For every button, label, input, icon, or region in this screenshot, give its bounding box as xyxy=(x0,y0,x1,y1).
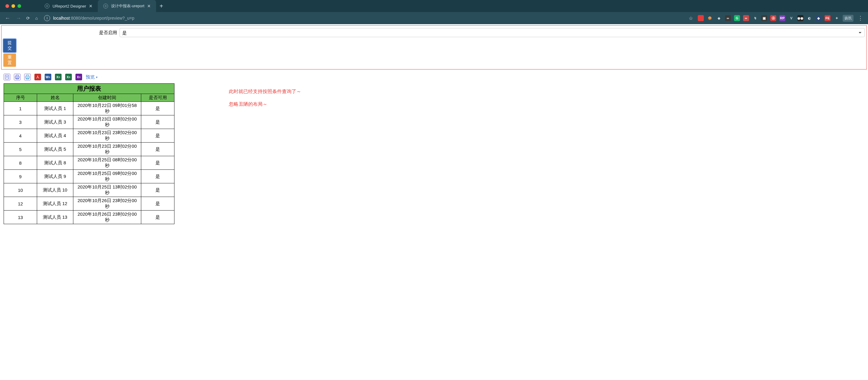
url-port: :8080 xyxy=(70,16,80,21)
extension-icon[interactable]: FE xyxy=(825,15,831,21)
extension-icon[interactable]: ∞ xyxy=(725,15,731,21)
nav-back-icon[interactable]: ← xyxy=(4,14,11,23)
excel-page-icon[interactable]: X≡ xyxy=(65,74,72,80)
cell-enabled: 是 xyxy=(141,115,175,129)
cell-time: 2020年10月23日 23时02分00秒 xyxy=(73,129,141,143)
print-alt-icon[interactable] xyxy=(24,74,31,80)
cell-seq: 13 xyxy=(4,210,37,224)
preview-label: 预览 xyxy=(86,74,95,80)
new-tab-button[interactable]: + xyxy=(156,3,167,10)
table-row: 12测试人员 122020年10月26日 23时02分00秒是 xyxy=(4,197,175,210)
window-close[interactable] xyxy=(5,4,9,8)
extension-icon[interactable]: Ⓐ xyxy=(770,15,776,21)
cell-time: 2020年10月25日 08时02分00秒 xyxy=(73,156,141,170)
browser-tab[interactable]: UReport2 Designer × xyxy=(39,0,98,12)
browser-menu-icon[interactable]: ⋮ xyxy=(857,15,864,22)
table-row: 13测试人员 132020年10月26日 23时02分00秒是 xyxy=(4,210,175,224)
browser-titlebar: UReport2 Designer × 设计中报表-ureport × + xyxy=(0,0,868,12)
globe-icon xyxy=(45,4,50,8)
pdf-icon[interactable]: 人 xyxy=(34,74,41,80)
browser-tab[interactable]: 设计中报表-ureport × xyxy=(98,0,156,12)
cell-seq: 12 xyxy=(4,197,37,210)
cell-time: 2020年10月23日 03时02分00秒 xyxy=(73,115,141,129)
report-title: 用户报表 xyxy=(4,84,175,94)
column-header: 创建时间 xyxy=(73,94,141,102)
extension-icon[interactable]: ∞ xyxy=(743,15,749,21)
svg-rect-4 xyxy=(16,75,19,76)
cell-name: 测试人员 5 xyxy=(37,143,73,156)
cell-time: 2020年10月25日 13时02分00秒 xyxy=(73,183,141,197)
cell-enabled: 是 xyxy=(141,170,175,183)
cell-time: 2020年10月22日 09时01分58秒 xyxy=(73,102,141,115)
extensions-tray: 🍪◈∞G∞↯▣ⒶRPV◉◉◐◆FE✦ xyxy=(698,15,840,21)
site-info-icon[interactable]: i xyxy=(44,15,50,21)
home-icon[interactable]: ⌂ xyxy=(34,16,39,21)
cell-enabled: 是 xyxy=(141,143,175,156)
cell-enabled: 是 xyxy=(141,210,175,224)
word-icon[interactable]: W≡ xyxy=(45,74,51,80)
extension-icon[interactable]: G xyxy=(734,15,740,21)
preview-dropdown[interactable]: 预览 ▾ xyxy=(86,74,97,80)
cell-seq: 10 xyxy=(4,183,37,197)
enabled-select[interactable]: 是 xyxy=(120,28,865,37)
window-maximize[interactable] xyxy=(18,4,21,8)
extension-icon[interactable]: ◉◉ xyxy=(797,15,803,21)
extension-icon[interactable]: ✦ xyxy=(834,15,840,21)
nav-forward-icon[interactable]: → xyxy=(14,14,22,23)
url-host: localhost xyxy=(53,16,70,21)
cell-time: 2020年10月23日 23时02分00秒 xyxy=(73,143,141,156)
reset-button[interactable]: 重置 xyxy=(3,54,16,67)
excel-sheet-icon[interactable]: X≡ xyxy=(75,74,82,80)
cell-enabled: 是 xyxy=(141,156,175,170)
profile-badge[interactable]: 扬凯 xyxy=(843,15,854,22)
extension-icon[interactable] xyxy=(698,15,704,21)
extension-icon[interactable]: ▣ xyxy=(761,15,767,21)
table-row: 9测试人员 92020年10月25日 09时02分00秒是 xyxy=(4,170,175,183)
excel-icon[interactable]: X≡ xyxy=(55,74,62,80)
cell-enabled: 是 xyxy=(141,129,175,143)
cell-name: 测试人员 1 xyxy=(37,102,73,115)
cell-enabled: 是 xyxy=(141,183,175,197)
extension-icon[interactable]: ◆ xyxy=(815,15,822,21)
browser-toolbar: ← → ⟳ ⌂ i localhost:8080/demo/ureport/pr… xyxy=(0,12,868,24)
extension-icon[interactable]: ◈ xyxy=(716,15,722,21)
close-icon[interactable]: × xyxy=(89,3,92,9)
main-row: 用户报表 序号姓名创建时间是否可用 1测试人员 12020年10月22日 09时… xyxy=(0,83,868,224)
table-row: 5测试人员 52020年10月23日 23时02分00秒是 xyxy=(4,143,175,156)
cell-time: 2020年10月25日 09时02分00秒 xyxy=(73,170,141,183)
cell-seq: 9 xyxy=(4,170,37,183)
tab-strip: UReport2 Designer × 设计中报表-ureport × xyxy=(39,0,156,12)
table-row: 3测试人员 32020年10月23日 03时02分00秒是 xyxy=(4,115,175,129)
print-icon[interactable] xyxy=(14,74,21,80)
print-inline-icon[interactable] xyxy=(4,74,10,80)
cell-name: 测试人员 3 xyxy=(37,115,73,129)
extension-icon[interactable]: ↯ xyxy=(752,15,758,21)
address-bar[interactable]: localhost:8080/demo/ureport/preview?_u=p xyxy=(53,16,686,21)
cell-name: 测试人员 13 xyxy=(37,210,73,224)
svg-rect-7 xyxy=(26,75,29,76)
extension-icon[interactable]: RP xyxy=(779,15,785,21)
extension-icon[interactable]: V xyxy=(788,15,794,21)
cell-name: 测试人员 9 xyxy=(37,170,73,183)
cell-seq: 3 xyxy=(4,115,37,129)
page-content: 是否启用 是 提交 重置 人 W≡ X≡ X≡ X≡ 预览 ▾ xyxy=(0,25,868,224)
bookmark-star-icon[interactable]: ☆ xyxy=(689,16,693,21)
submit-button[interactable]: 提交 xyxy=(3,39,16,52)
table-row: 4测试人员 42020年10月23日 23时02分00秒是 xyxy=(4,129,175,143)
table-row: 10测试人员 102020年10月25日 13时02分00秒是 xyxy=(4,183,175,197)
tab-title: UReport2 Designer xyxy=(53,4,86,8)
cell-time: 2020年10月26日 23时02分00秒 xyxy=(73,210,141,224)
extension-icon[interactable]: ◐ xyxy=(806,15,812,21)
extension-icon[interactable]: 🍪 xyxy=(707,15,713,21)
tab-title: 设计中报表-ureport xyxy=(111,3,145,9)
reload-icon[interactable]: ⟳ xyxy=(25,16,31,21)
cell-name: 测试人员 8 xyxy=(37,156,73,170)
annotation-line-1: 此时就已经支持按照条件查询了～ xyxy=(229,85,301,98)
cell-name: 测试人员 10 xyxy=(37,183,73,197)
table-row: 1测试人员 12020年10月22日 09时01分58秒是 xyxy=(4,102,175,115)
enabled-label: 是否启用 xyxy=(3,30,120,36)
cell-enabled: 是 xyxy=(141,197,175,210)
cell-enabled: 是 xyxy=(141,102,175,115)
window-minimize[interactable] xyxy=(11,4,15,8)
close-icon[interactable]: × xyxy=(147,3,151,9)
